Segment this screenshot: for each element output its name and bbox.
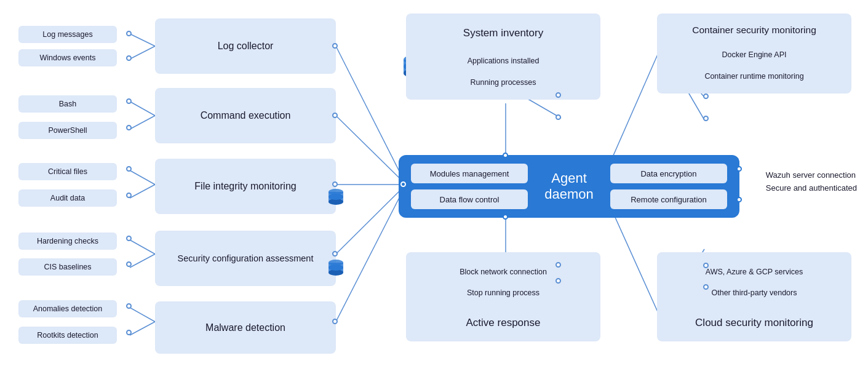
dot-audit-data bbox=[126, 193, 132, 198]
log-collector-box: Log collector bbox=[155, 18, 336, 74]
svg-line-2 bbox=[130, 101, 155, 116]
svg-line-11 bbox=[336, 116, 406, 185]
svg-line-4 bbox=[130, 170, 155, 185]
dot-powershell bbox=[126, 125, 132, 130]
svg-point-35 bbox=[328, 265, 343, 271]
bash-pill: Bash bbox=[18, 95, 117, 113]
dot-bash bbox=[126, 98, 132, 104]
command-execution-box: Command execution bbox=[155, 88, 336, 143]
rootkits-detection-pill: Rootkits detection bbox=[18, 327, 117, 344]
dot-cis bbox=[126, 261, 132, 267]
dot-aws bbox=[703, 263, 709, 268]
agent-daemon-label: Agent daemon bbox=[544, 170, 594, 202]
docker-engine-api-pill: Docker Engine API bbox=[687, 46, 822, 63]
svg-line-13 bbox=[336, 185, 406, 254]
dot-apps-installed bbox=[555, 92, 561, 98]
svg-line-6 bbox=[130, 240, 155, 254]
hardening-checks-pill: Hardening checks bbox=[18, 233, 117, 250]
modules-management-inner: Modules management bbox=[411, 164, 528, 183]
dot-agent-left bbox=[400, 181, 406, 187]
file-integrity-box: File integrity monitoring bbox=[155, 159, 336, 214]
active-response-box: Block network connection Stop running pr… bbox=[406, 252, 600, 341]
other-vendors-pill: Other third-party vendors bbox=[690, 284, 819, 301]
audit-data-pill: Audit data bbox=[18, 189, 117, 207]
dot-agent-bottom bbox=[503, 214, 508, 220]
wazuh-server-label: Wazuh server connection Secure and authe… bbox=[766, 169, 857, 195]
db-icon-security-config bbox=[327, 258, 344, 280]
dot-sca-right bbox=[332, 251, 338, 257]
dot-agent-right-bottom bbox=[736, 197, 742, 202]
dot-rootkits bbox=[126, 330, 132, 335]
dot-malware-right bbox=[332, 319, 338, 324]
container-runtime-pill: Container runtime monitoring bbox=[687, 68, 822, 84]
dot-block-network bbox=[555, 262, 561, 268]
dot-critical-files bbox=[126, 166, 132, 172]
svg-point-31 bbox=[328, 194, 343, 200]
svg-line-21 bbox=[606, 46, 661, 172]
data-encryption-inner: Data encryption bbox=[610, 164, 727, 183]
dot-agent-right-top bbox=[736, 166, 742, 172]
applications-installed-pill: Applications installed bbox=[445, 52, 562, 69]
dot-windows-events bbox=[126, 55, 132, 61]
dot-fim-right bbox=[332, 181, 338, 187]
architecture-diagram: Log messages Windows events Bash PowerSh… bbox=[0, 0, 868, 366]
running-processes-pill: Running processes bbox=[445, 74, 562, 90]
dot-docker-api bbox=[703, 93, 709, 99]
dot-anomalies bbox=[126, 303, 132, 309]
dot-container-runtime bbox=[703, 116, 709, 121]
security-config-box: Security configuration assessment bbox=[155, 231, 336, 286]
svg-line-3 bbox=[130, 116, 155, 129]
svg-line-7 bbox=[130, 254, 155, 268]
svg-line-1 bbox=[130, 46, 155, 59]
svg-line-14 bbox=[336, 185, 406, 322]
svg-line-9 bbox=[130, 322, 155, 335]
cloud-security-box: AWS, Azure & GCP services Other third-pa… bbox=[657, 252, 851, 341]
dot-running-procs bbox=[555, 114, 561, 120]
windows-events-pill: Windows events bbox=[18, 49, 117, 66]
agent-daemon-box: Modules management Data flow control Age… bbox=[399, 155, 739, 218]
malware-detection-box: Malware detection bbox=[155, 301, 336, 354]
dot-hardening bbox=[126, 236, 132, 241]
svg-line-5 bbox=[130, 185, 155, 198]
aws-azure-gcp-pill: AWS, Azure & GCP services bbox=[690, 263, 819, 280]
svg-line-10 bbox=[336, 46, 406, 185]
svg-line-8 bbox=[130, 308, 155, 322]
log-messages-pill: Log messages bbox=[18, 26, 117, 43]
powershell-pill: PowerShell bbox=[18, 122, 117, 139]
dot-log-collector-right bbox=[332, 43, 338, 49]
db-icon-file-integrity bbox=[327, 188, 344, 209]
container-security-box: Container security monitoring Docker Eng… bbox=[657, 14, 851, 93]
anomalies-detection-pill: Anomalies detection bbox=[18, 300, 117, 317]
dot-log-messages bbox=[126, 31, 132, 36]
remote-configuration-inner: Remote configuration bbox=[610, 189, 727, 209]
dot-stop-process bbox=[555, 278, 561, 284]
data-flow-control-inner: Data flow control bbox=[411, 189, 528, 209]
block-network-pill: Block network connection bbox=[439, 263, 568, 280]
system-inventory-box: System inventory Applications installed … bbox=[406, 14, 600, 100]
svg-line-0 bbox=[130, 34, 155, 46]
stop-process-pill: Stop running process bbox=[439, 284, 568, 301]
cis-baselines-pill: CIS baselines bbox=[18, 258, 117, 276]
critical-files-pill: Critical files bbox=[18, 163, 117, 180]
dot-other-vendors bbox=[703, 284, 709, 290]
dot-agent-top bbox=[503, 153, 508, 158]
dot-cmd-right bbox=[332, 113, 338, 118]
